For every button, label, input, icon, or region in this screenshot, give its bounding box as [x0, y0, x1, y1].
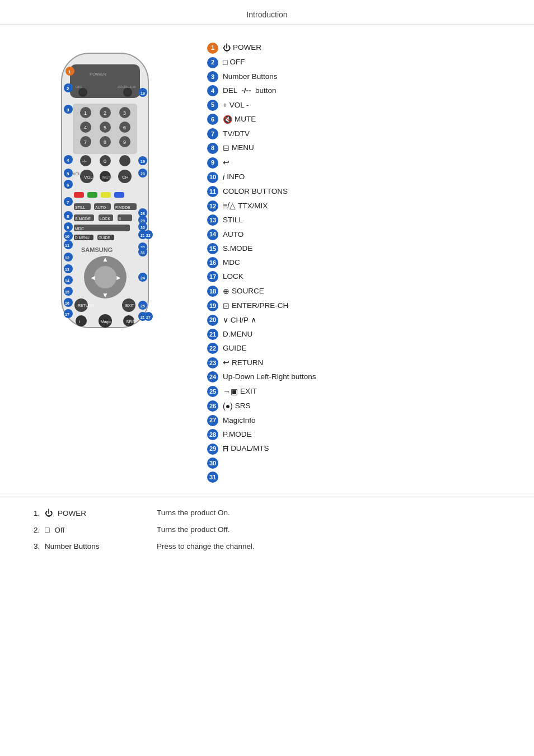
svg-text:12: 12 [65, 256, 69, 260]
num-badge-21: 21 [207, 329, 218, 340]
svg-text:STILL: STILL [75, 206, 86, 209]
num-badge-24: 24 [207, 371, 218, 382]
num-badge-13: 13 [207, 214, 218, 226]
desc-label-3: 3. Number Buttons [34, 542, 134, 550]
svg-text:25: 25 [140, 304, 145, 308]
svg-rect-41 [114, 192, 124, 198]
svg-text:4: 4 [67, 158, 69, 163]
svg-text:1: 1 [84, 110, 87, 116]
num-badge-19: 19 [207, 300, 218, 311]
svg-text:AUTO: AUTO [95, 206, 106, 209]
list-item: 18 ⊕ SOURCE [207, 286, 512, 297]
svg-text:EXIT: EXIT [125, 304, 134, 307]
num-badge-18: 18 [207, 286, 218, 297]
svg-text:II: II [119, 217, 121, 221]
list-item: 23 ↩ RETURN [207, 357, 512, 368]
svg-text:POWER: POWER [90, 72, 106, 77]
num-badge-29: 29 [207, 444, 218, 455]
num-badge-3: 3 [207, 71, 218, 82]
num-badge-16: 16 [207, 257, 218, 268]
list-item: 13 STILL [207, 214, 512, 226]
num-badge-31: 31 [207, 472, 218, 483]
svg-text:13: 13 [65, 268, 69, 272]
num-badge-8: 8 [207, 143, 218, 154]
list-item: 17 LOCK [207, 271, 512, 282]
num-badge-27: 27 [207, 415, 218, 426]
svg-text:LOCK: LOCK [100, 217, 110, 221]
list-item: 28 P.MODE [207, 429, 512, 440]
list-item: 5 + VOL - [207, 100, 512, 111]
list-item: 31 [207, 472, 512, 483]
svg-text:27: 27 [146, 315, 151, 319]
list-item: 11 COLOR BUTTONS [207, 186, 512, 197]
list-item: 20 ∨ CH/P ∧ [207, 315, 512, 326]
svg-text:8: 8 [67, 214, 69, 219]
svg-text:7: 7 [84, 139, 87, 145]
svg-text:16: 16 [65, 301, 69, 305]
svg-text:8: 8 [104, 139, 106, 145]
list-item: 6 🔇 MUTE [207, 114, 512, 125]
num-badge-28: 28 [207, 429, 218, 440]
svg-text:MDC: MDC [75, 227, 84, 231]
num-badge-4: 4 [207, 85, 218, 96]
num-badge-15: 15 [207, 243, 218, 254]
button-list: 1 ⏻ POWER 2 □ OFF 3 Number Buttons 4 DEL… [207, 42, 512, 483]
svg-text:15: 15 [65, 290, 69, 294]
svg-text:6: 6 [67, 183, 69, 188]
list-item: 30 [207, 458, 512, 469]
svg-text:▲: ▲ [102, 255, 109, 263]
svg-text:3: 3 [123, 110, 126, 116]
remote-svg: POWER OFF SOURCE ⊞ 1 2 3 4 5 6 7 8 [45, 48, 168, 344]
svg-text:24: 24 [140, 276, 145, 280]
list-item: 8 ⊟ MENU [207, 142, 512, 154]
svg-text:20: 20 [140, 172, 145, 176]
desc-text-1: Turns the product On. [157, 508, 230, 517]
num-badge-10: 10 [207, 172, 218, 183]
svg-text:VOL: VOL [73, 172, 81, 176]
num-badge-6: 6 [207, 114, 218, 125]
svg-text:Magic: Magic [101, 320, 111, 324]
svg-text:22: 22 [146, 234, 151, 237]
svg-text:OFF: OFF [76, 85, 82, 88]
list-item: 7 TV/DTV [207, 128, 512, 139]
list-item: 2 □ OFF [207, 57, 512, 68]
num-badge-14: 14 [207, 229, 218, 240]
svg-text:◄: ◄ [90, 274, 96, 282]
page-header: Introduction [0, 0, 534, 25]
svg-text:GUIDE: GUIDE [99, 236, 110, 240]
num-badge-9: 9 [207, 157, 218, 169]
svg-text:6: 6 [123, 125, 126, 130]
list-item: 19 ⊡ ENTER/PRE-CH [207, 300, 512, 312]
svg-text:9: 9 [67, 225, 69, 230]
svg-text:S.MODE: S.MODE [75, 217, 91, 221]
list-item: 12 ≡/△ TTX/MIX [207, 200, 512, 212]
svg-text:▼: ▼ [102, 291, 109, 299]
svg-text:28: 28 [140, 212, 145, 216]
desc-row-2: 2. □ Off Turns the product Off. [34, 525, 500, 534]
num-badge-20: 20 [207, 315, 218, 326]
desc-text-3: Press to change the channel. [157, 542, 255, 550]
num-badge-22: 22 [207, 343, 218, 354]
num-badge-11: 11 [207, 186, 218, 197]
remote-section: POWER OFF SOURCE ⊞ 1 2 3 4 5 6 7 8 [34, 42, 179, 486]
svg-text:i: i [79, 319, 80, 324]
desc-label-2: 2. □ Off [34, 525, 134, 534]
svg-rect-40 [101, 192, 111, 198]
list-item: 24 Up-Down Left-Right buttons [207, 371, 512, 382]
labels-section: 1 ⏻ POWER 2 □ OFF 3 Number Buttons 4 DEL… [196, 42, 512, 486]
num-badge-30: 30 [207, 458, 218, 469]
svg-point-6 [123, 88, 132, 97]
svg-point-71 [76, 315, 87, 326]
svg-point-30 [119, 155, 130, 166]
desc-row-1: 1. ⏻ POWER Turns the product On. [34, 508, 500, 517]
svg-text:5: 5 [67, 171, 69, 176]
desc-section: 1. ⏻ POWER Turns the product On. 2. □ Of… [0, 497, 534, 562]
svg-text:MUTE: MUTE [102, 175, 114, 179]
desc-label-1: 1. ⏻ POWER [34, 508, 134, 517]
svg-text:17: 17 [65, 312, 69, 316]
svg-text:29: 29 [140, 219, 145, 223]
svg-point-62 [94, 266, 116, 288]
svg-text:SOURCE ⊞: SOURCE ⊞ [118, 85, 135, 88]
svg-text:SAMSUNG: SAMSUNG [81, 246, 113, 253]
svg-text:5: 5 [104, 125, 106, 130]
